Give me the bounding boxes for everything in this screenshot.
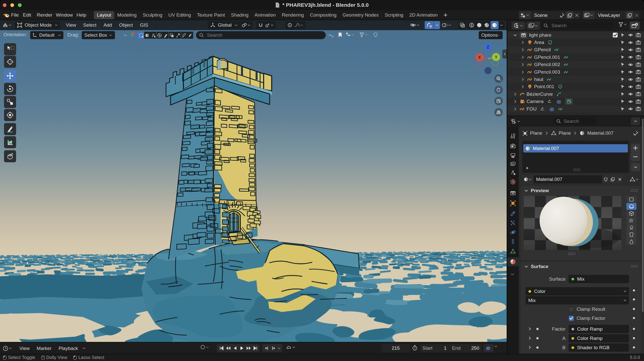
svg-text:Y: Y <box>495 55 498 59</box>
svg-text:X: X <box>478 55 481 60</box>
svg-text:Z: Z <box>487 45 489 49</box>
